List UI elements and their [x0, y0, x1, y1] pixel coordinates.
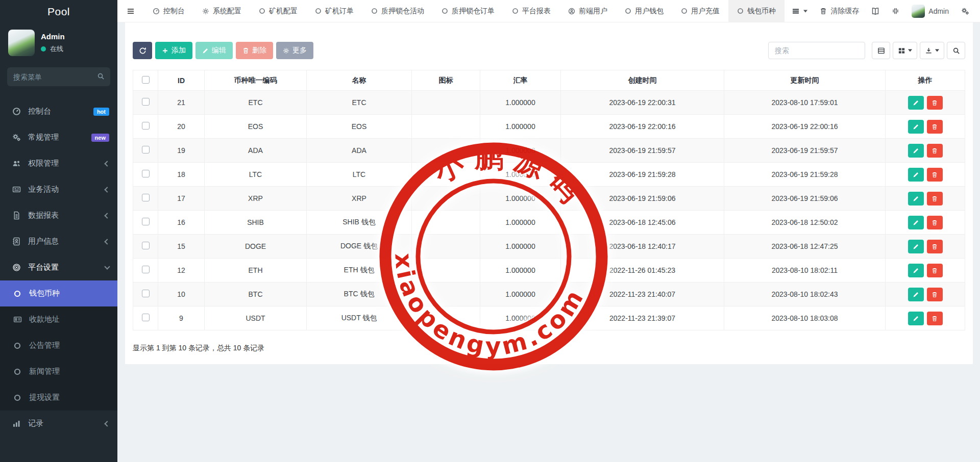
- edit-row-button[interactable]: [908, 240, 924, 253]
- dashboard-icon: [11, 107, 21, 116]
- table-search-input[interactable]: [768, 42, 865, 59]
- row-checkbox[interactable]: [142, 122, 150, 130]
- edit-row-button[interactable]: [908, 288, 924, 301]
- add-button[interactable]: 添加: [155, 42, 192, 59]
- settings-gears-icon[interactable]: [961, 7, 969, 15]
- table-panel: 添加 编辑 删除 更多: [125, 22, 973, 364]
- delete-row-button[interactable]: [927, 144, 943, 158]
- export-dropdown-button[interactable]: [920, 42, 944, 59]
- edit-row-button[interactable]: [908, 264, 924, 277]
- cell-id: 16: [158, 211, 205, 235]
- edit-row-button[interactable]: [908, 192, 924, 206]
- select-all-checkbox[interactable]: [142, 76, 150, 84]
- tab-user-deposits[interactable]: 用户充值: [672, 0, 728, 22]
- delete-row-button[interactable]: [927, 288, 943, 301]
- sidebar-search-input[interactable]: [7, 67, 110, 86]
- circle-icon: [625, 8, 631, 14]
- sidebar-item-label: 平台设置: [28, 263, 59, 272]
- tab-user-wallets[interactable]: 用户钱包: [616, 0, 672, 22]
- delete-button[interactable]: 删除: [236, 42, 273, 59]
- hamburger-icon[interactable]: [117, 0, 144, 22]
- gear-icon: [202, 8, 209, 15]
- row-checkbox[interactable]: [142, 146, 150, 153]
- sidebar-item-general[interactable]: 常规管理 new: [0, 124, 117, 150]
- sidebar-item-records[interactable]: 记录: [0, 410, 117, 437]
- row-checkbox[interactable]: [142, 98, 150, 106]
- sidebar-item-permissions[interactable]: 权限管理: [0, 150, 117, 176]
- row-checkbox[interactable]: [142, 218, 150, 225]
- table-row: 16 SHIB SHIB 钱包 1.000000 2023-06-18 12:4…: [133, 211, 965, 235]
- tab-miner-config[interactable]: 矿机配置: [250, 0, 306, 22]
- refresh-button[interactable]: [133, 42, 152, 59]
- row-checkbox[interactable]: [142, 242, 150, 249]
- edit-button[interactable]: 编辑: [195, 42, 233, 59]
- content-area: 添加 编辑 删除 更多: [117, 22, 980, 461]
- tab-system-config[interactable]: 系统配置: [193, 0, 250, 22]
- sidebar-item-payment-address[interactable]: 收款地址: [0, 306, 117, 332]
- sidebar-item-withdrawal-settings[interactable]: 提现设置: [0, 384, 117, 410]
- edit-row-button[interactable]: [908, 96, 924, 110]
- tab-list-dropdown[interactable]: [792, 7, 807, 15]
- edit-row-button[interactable]: [908, 144, 924, 158]
- delete-row-button[interactable]: [927, 120, 943, 134]
- cell-id: 19: [158, 139, 205, 163]
- delete-row-button[interactable]: [927, 216, 943, 229]
- sidebar-item-reports[interactable]: 数据报表: [0, 202, 117, 228]
- delete-row-button[interactable]: [927, 168, 943, 182]
- cell-icon: [412, 187, 480, 211]
- edit-row-button[interactable]: [908, 312, 924, 325]
- pencil-icon: [913, 267, 919, 274]
- row-checkbox[interactable]: [142, 290, 150, 297]
- delete-row-button[interactable]: [927, 264, 943, 277]
- row-checkbox[interactable]: [142, 194, 150, 201]
- delete-row-button[interactable]: [927, 192, 943, 206]
- new-badge: new: [91, 134, 109, 142]
- cell-updated: 2023-06-19 21:59:06: [724, 187, 886, 211]
- sidebar-item-userinfo[interactable]: 用户信息: [0, 228, 117, 254]
- row-checkbox[interactable]: [142, 170, 150, 177]
- table-row: 18 LTC LTC 1.000000 2023-06-19 21:59:28 …: [133, 163, 965, 187]
- cell-rate: 1.000000: [480, 306, 561, 330]
- row-checkbox[interactable]: [142, 314, 150, 321]
- more-button[interactable]: 更多: [276, 42, 313, 59]
- tab-staking-orders[interactable]: 质押锁仓订单: [433, 0, 503, 22]
- sidebar-item-news[interactable]: 新闻管理: [0, 358, 117, 384]
- language-book-icon[interactable]: [871, 7, 879, 15]
- search-toggle-button[interactable]: [947, 42, 965, 59]
- delete-row-button[interactable]: [927, 240, 943, 253]
- topbar-user-menu[interactable]: Admin: [912, 5, 949, 18]
- sidebar-item-business[interactable]: 业务活动: [0, 176, 117, 202]
- clear-cache-button[interactable]: 清除缓存: [820, 7, 859, 16]
- delete-row-button[interactable]: [927, 96, 943, 110]
- edit-row-button[interactable]: [908, 120, 924, 134]
- tab-miner-orders[interactable]: 矿机订单: [306, 0, 362, 22]
- tab-label: 平台报表: [522, 7, 551, 16]
- edit-row-button[interactable]: [908, 216, 924, 229]
- avatar[interactable]: [8, 30, 35, 56]
- cell-created: 2022-11-23 21:40:07: [561, 283, 724, 306]
- delete-row-button[interactable]: [927, 312, 943, 325]
- sidebar-item-wallet-coins[interactable]: 钱包币种: [0, 280, 117, 306]
- pencil-icon: [913, 219, 919, 226]
- cell-icon: [412, 211, 480, 235]
- tab-dashboard[interactable]: 控制台: [144, 0, 193, 22]
- table-header-row: ID 币种唯一编码 名称 图标 汇率 创建时间 更新时间 操作: [133, 70, 965, 91]
- tab-frontend-users[interactable]: 前端用户: [559, 0, 616, 22]
- col-updated: 更新时间: [724, 70, 886, 91]
- columns-dropdown-button[interactable]: [893, 42, 917, 59]
- edit-row-button[interactable]: [908, 168, 924, 182]
- tab-staking-activities[interactable]: 质押锁仓活动: [362, 0, 433, 22]
- tab-wallet-coins[interactable]: 钱包币种: [728, 0, 785, 22]
- col-actions: 操作: [886, 70, 965, 91]
- fullscreen-icon[interactable]: [892, 7, 899, 15]
- cell-icon: [412, 283, 480, 306]
- cell-rate: 1.000000: [480, 259, 561, 283]
- sidebar-item-announcements[interactable]: 公告管理: [0, 332, 117, 358]
- row-checkbox[interactable]: [142, 266, 150, 273]
- sidebar-item-platform-settings[interactable]: 平台设置: [0, 254, 117, 280]
- toggle-view-button[interactable]: [872, 42, 890, 59]
- cell-name: ETH 钱包: [307, 259, 412, 283]
- tab-platform-reports[interactable]: 平台报表: [503, 0, 559, 22]
- sidebar-item-dashboard[interactable]: 控制台 hot: [0, 98, 117, 124]
- cell-id: 9: [158, 306, 205, 330]
